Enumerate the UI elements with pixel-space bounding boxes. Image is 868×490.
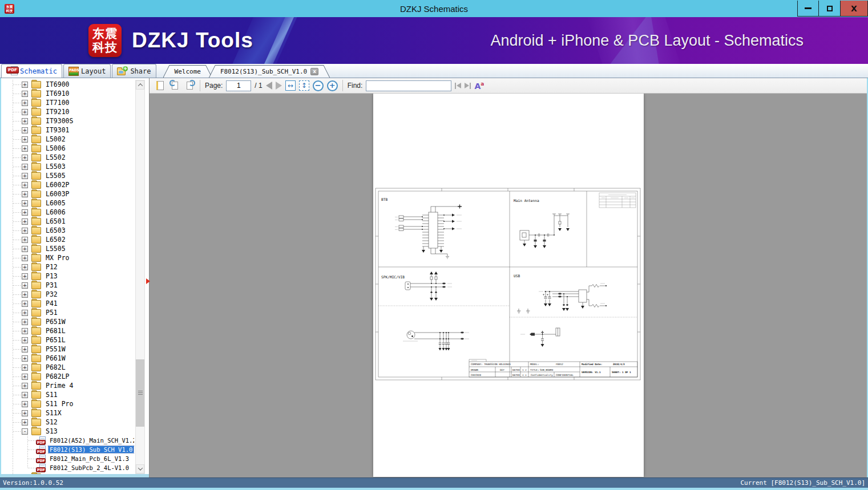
tree-folder-row[interactable]: + IT6900 xyxy=(1,80,134,89)
find-next-icon[interactable] xyxy=(465,83,471,89)
tree-folder-row[interactable]: - S13 xyxy=(1,427,134,436)
expand-icon[interactable]: + xyxy=(22,164,28,170)
zoom-out-icon[interactable]: − xyxy=(313,80,324,91)
expand-icon[interactable]: + xyxy=(22,182,28,188)
expand-icon[interactable]: + xyxy=(22,282,28,289)
expand-icon[interactable]: + xyxy=(22,264,28,270)
expand-icon[interactable]: + xyxy=(22,383,28,389)
tree-folder-row[interactable]: + P681L xyxy=(1,326,134,335)
expand-icon[interactable]: + xyxy=(22,301,28,307)
tree-folder-row[interactable]: + P651L xyxy=(1,335,134,345)
tree-folder-row[interactable]: + P661W xyxy=(1,354,134,363)
rotate-right-icon[interactable] xyxy=(184,80,195,91)
tree-folder-row[interactable]: + P51 xyxy=(1,308,134,317)
rotate-left-icon[interactable] xyxy=(169,80,180,91)
expand-icon[interactable]: + xyxy=(22,218,28,225)
zoom-in-icon[interactable]: + xyxy=(327,80,338,91)
tree-folder-row[interactable]: + L6502 xyxy=(1,235,134,244)
tree-folder-row[interactable]: + P682LP xyxy=(1,372,134,381)
expand-icon[interactable]: + xyxy=(22,419,28,426)
tree-folder-row[interactable]: + S11 Pro xyxy=(1,399,134,408)
scrollbar-thumb[interactable] xyxy=(136,359,144,427)
tree-folder-row[interactable]: + IT6910 xyxy=(1,89,134,98)
splitter-collapse-icon[interactable] xyxy=(146,278,150,284)
expand-icon[interactable]: + xyxy=(22,319,28,325)
title-bar[interactable]: 东震 科技 DZKJ Schematics X xyxy=(0,0,868,17)
expand-icon[interactable]: + xyxy=(22,410,28,416)
tree-file-row[interactable]: PDF F8012(S13)_Sub_SCH_V1.0 xyxy=(1,445,134,454)
expand-icon[interactable]: + xyxy=(22,273,28,280)
fit-width-icon[interactable]: ↔ xyxy=(285,80,296,91)
scroll-down-icon[interactable] xyxy=(136,464,144,473)
expand-icon[interactable]: + xyxy=(22,155,28,161)
tree-folder-row[interactable]: + L5503 xyxy=(1,162,134,171)
tree-folder-row[interactable]: + L6005 xyxy=(1,199,134,208)
thumbnail-panel-icon[interactable] xyxy=(154,80,165,91)
tree-scrollbar[interactable] xyxy=(135,80,145,474)
tree-folder-row[interactable]: + P13 xyxy=(1,272,134,281)
expand-icon[interactable]: + xyxy=(22,109,28,115)
find-previous-icon[interactable] xyxy=(455,83,461,89)
tree-folder-row[interactable]: + IT9300S xyxy=(1,116,134,125)
tab-close-icon[interactable]: x xyxy=(310,68,318,75)
expand-icon[interactable]: + xyxy=(22,136,28,143)
expand-icon[interactable]: + xyxy=(22,191,28,197)
tree-folder-row[interactable]: + L6501 xyxy=(1,217,134,226)
expand-icon[interactable]: + xyxy=(22,91,28,97)
tree-folder-row[interactable]: + P41 xyxy=(1,299,134,308)
tree-folder-row[interactable]: + L5006 xyxy=(1,144,134,153)
tree-folder-row[interactable]: + L5505 xyxy=(1,244,134,253)
minimize-button[interactable] xyxy=(797,1,819,17)
expand-icon[interactable]: + xyxy=(22,118,28,124)
expand-icon[interactable]: + xyxy=(22,237,28,243)
tree-folder-row[interactable]: + IT9301 xyxy=(1,125,134,135)
expand-icon[interactable]: + xyxy=(22,127,28,133)
pdf-page[interactable]: BTB Main Antenna SPK/MIC/VIB USB xyxy=(373,94,644,477)
expand-icon[interactable]: + xyxy=(22,337,28,343)
font-size-icon[interactable]: Aa xyxy=(474,81,484,91)
expand-icon[interactable]: + xyxy=(22,255,28,261)
expand-icon[interactable]: + xyxy=(22,291,28,298)
tab-document-active[interactable]: F8012(S13)_Sub_SCH_V1.0 x xyxy=(209,65,330,78)
expand-icon[interactable]: + xyxy=(22,328,28,334)
tree-folder-row[interactable]: + L6006 xyxy=(1,208,134,217)
tree-folder-row[interactable]: + L5502 xyxy=(1,153,134,162)
tree-file-row[interactable]: PDF F8012(A52)_Main_SCH_V1.2 xyxy=(1,436,134,445)
expand-icon[interactable]: + xyxy=(22,246,28,252)
tree-folder-row[interactable]: + P551W xyxy=(1,345,134,354)
page-input[interactable] xyxy=(226,80,251,91)
next-page-icon[interactable] xyxy=(276,82,282,90)
expand-icon[interactable]: + xyxy=(22,392,28,398)
expand-icon[interactable]: + xyxy=(22,82,28,88)
tab-share[interactable]: Share xyxy=(112,64,156,78)
tree-folder-row[interactable]: + Prime 4 xyxy=(1,381,134,390)
tree-folder-row[interactable]: + L5002 xyxy=(1,135,134,144)
expand-icon[interactable]: + xyxy=(22,346,28,353)
expand-icon[interactable]: + xyxy=(22,100,28,106)
tree-folder-row[interactable]: + S11 xyxy=(1,390,134,399)
scroll-up-icon[interactable] xyxy=(136,80,144,90)
tree-folder-row[interactable]: + L6002P xyxy=(1,180,134,189)
fit-page-icon[interactable]: ↕ xyxy=(299,80,309,91)
expand-icon[interactable]: - xyxy=(22,428,28,435)
expand-icon[interactable]: + xyxy=(22,374,28,380)
tree-folder-row[interactable]: + P32 xyxy=(1,290,134,299)
tree-folder-row[interactable]: + S11X xyxy=(1,408,134,418)
expand-icon[interactable]: + xyxy=(22,145,28,152)
tree-folder-row[interactable]: + L5505 xyxy=(1,171,134,180)
tree-folder-row[interactable]: + MX Pro xyxy=(1,253,134,262)
tree-file-row[interactable]: PDF F8012_Main_Pcb_6L_V1.3 xyxy=(1,454,134,463)
expand-icon[interactable]: + xyxy=(22,173,28,179)
tree-folder-row[interactable]: + P31 xyxy=(1,281,134,290)
tree-file-row[interactable]: PDF F8012_SubPcb_2_4L-V1.0 xyxy=(1,463,134,472)
tree-folder-row[interactable]: + xyxy=(1,472,134,474)
expand-icon[interactable]: + xyxy=(22,355,28,362)
find-input[interactable] xyxy=(366,80,451,91)
tree-folder-row[interactable]: + S12 xyxy=(1,418,134,427)
expand-icon[interactable]: + xyxy=(22,474,28,475)
expand-icon[interactable]: + xyxy=(22,401,28,407)
expand-icon[interactable]: + xyxy=(22,228,28,234)
tree-folder-row[interactable]: + IT7100 xyxy=(1,98,134,107)
tree-folder-row[interactable]: + L6003P xyxy=(1,189,134,199)
expand-icon[interactable]: + xyxy=(22,200,28,206)
